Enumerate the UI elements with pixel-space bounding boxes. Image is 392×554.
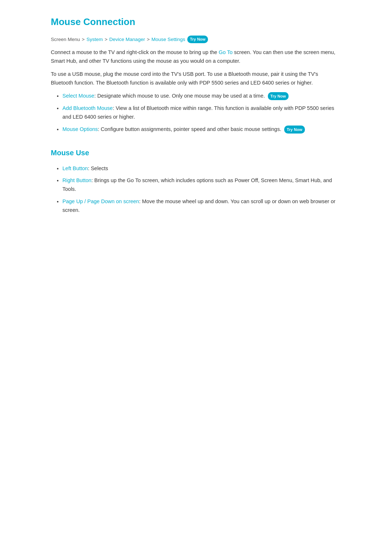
breadcrumb-sep2: > (105, 36, 107, 44)
page-updown-term: Page Up / Page Down on screen (62, 198, 139, 204)
breadcrumb: Screen Menu > System > Device Manager > … (51, 36, 341, 44)
intro-paragraph-1: Connect a mouse to the TV and right-clic… (51, 48, 341, 66)
mouse-use-list: Left Button: Selects Right Button: Bring… (51, 164, 341, 215)
mouse-options-term[interactable]: Mouse Options (62, 126, 98, 132)
add-bluetooth-mouse-term[interactable]: Add Bluetooth Mouse (62, 105, 113, 111)
list-item-add-bluetooth-mouse: Add Bluetooth Mouse: View a list of Blue… (62, 104, 341, 122)
left-button-text: : Selects (88, 165, 108, 171)
breadcrumb-screen-menu: Screen Menu (51, 36, 80, 44)
list-item-select-mouse: Select Mouse: Designate which mouse to u… (62, 92, 341, 100)
list-item-page-updown: Page Up / Page Down on screen: Move the … (62, 197, 341, 215)
page-title: Mouse Connection (51, 15, 341, 30)
intro-paragraph-2: To use a USB mouse, plug the mouse cord … (51, 70, 341, 87)
right-button-term: Right Button (62, 177, 91, 183)
left-button-term: Left Button (62, 165, 88, 171)
list-item-left-button: Left Button: Selects (62, 164, 341, 173)
breadcrumb-system[interactable]: System (86, 36, 103, 44)
page-container: Mouse Connection Screen Menu > System > … (33, 0, 359, 234)
goto-link[interactable]: Go To (219, 49, 232, 55)
mouse-options-try-now[interactable]: Try Now (284, 126, 305, 134)
select-mouse-text: : Designate which mouse to use. Only one… (94, 93, 265, 99)
breadcrumb-try-now-badge[interactable]: Try Now (187, 36, 208, 44)
right-button-text: : Brings up the Go To screen, which incl… (62, 177, 332, 192)
para1-text-before: Connect a mouse to the TV and right-clic… (51, 49, 219, 55)
select-mouse-term[interactable]: Select Mouse (62, 93, 94, 99)
mouse-options-text: : Configure button assignments, pointer … (98, 126, 281, 132)
features-list: Select Mouse: Designate which mouse to u… (51, 92, 341, 134)
breadcrumb-mouse-settings[interactable]: Mouse Settings (151, 36, 185, 44)
select-mouse-try-now[interactable]: Try Now (268, 92, 289, 100)
breadcrumb-device-manager[interactable]: Device Manager (109, 36, 145, 44)
mouse-use-heading: Mouse Use (51, 147, 341, 159)
list-item-right-button: Right Button: Brings up the Go To screen… (62, 176, 341, 194)
list-item-mouse-options: Mouse Options: Configure button assignme… (62, 125, 341, 134)
breadcrumb-sep1: > (82, 36, 85, 44)
breadcrumb-sep3: > (147, 36, 150, 44)
